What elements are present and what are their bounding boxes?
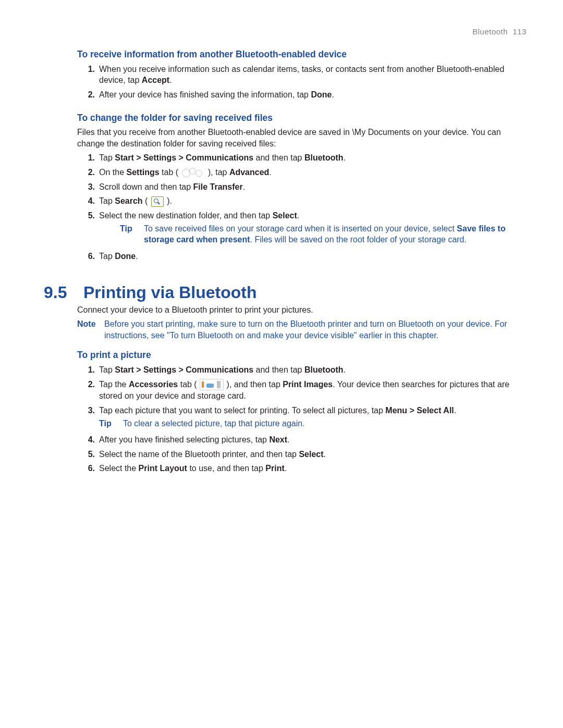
list-item: 3. Scroll down and then tap File Transfe…	[77, 181, 527, 196]
step-text: On the Settings tab ( ), tap Advanced.	[99, 168, 272, 177]
step-text: Tap the Accessories tab ( ), and then ta…	[99, 380, 509, 401]
tip-label: Tip	[120, 223, 144, 245]
settings-tab-icon	[182, 168, 205, 178]
list-item: 1. Tap Start > Settings > Communications…	[77, 364, 527, 379]
tip-row: Tip To clear a selected picture, tap tha…	[99, 418, 527, 429]
step-number: 6.	[77, 463, 95, 474]
section-heading-printing: 9.5 Printing via Bluetooth	[44, 283, 527, 302]
search-icon	[151, 196, 164, 207]
list-item: 2. After your device has finished saving…	[77, 89, 527, 104]
steps-print-picture: 1. Tap Start > Settings > Communications…	[77, 364, 527, 477]
step-number: 1.	[77, 152, 95, 164]
step-number: 6.	[77, 251, 95, 262]
list-item: 5. Select the name of the Bluetooth prin…	[77, 449, 527, 463]
step-text: After you have finished selecting pictur…	[99, 435, 290, 444]
step-number: 1.	[77, 64, 95, 75]
subheading-print-picture: To print a picture	[77, 349, 527, 361]
step-number: 2.	[77, 89, 95, 101]
list-item: 6. Tap Done.	[77, 251, 527, 265]
list-item: 3. Tap each picture that you want to sel…	[77, 405, 527, 434]
step-text: When you receive information such as cal…	[99, 65, 504, 85]
subheading-receive-info: To receive information from another Blue…	[77, 48, 527, 60]
step-number: 2.	[77, 379, 95, 390]
step-text: Scroll down and then tap File Transfer.	[99, 182, 245, 191]
step-number: 5.	[77, 449, 95, 460]
step-number: 2.	[77, 167, 95, 178]
step-text: Tap Search ( ).	[99, 196, 172, 205]
subheading-change-folder: To change the folder for saving received…	[77, 112, 527, 124]
step-text: Select the Print Layout to use, and then…	[99, 464, 287, 473]
list-item: 1. When you receive information such as …	[77, 64, 527, 89]
list-item: 5. Select the new destination folder, an…	[77, 210, 527, 251]
list-item: 2. On the Settings tab ( ), tap Advanced…	[77, 167, 527, 181]
step-text: Tap Start > Settings > Communications an…	[99, 365, 346, 374]
document-page: Bluetooth 113 To receive information fro…	[0, 0, 563, 728]
tip-body: To save received files on your storage c…	[144, 223, 527, 245]
step-text: Select the name of the Bluetooth printer…	[99, 450, 326, 459]
steps-receive-info: 1. When you receive information such as …	[77, 64, 527, 104]
tip-row: Tip To save received files on your stora…	[99, 223, 527, 245]
list-item: 6. Select the Print Layout to use, and t…	[77, 463, 527, 477]
step-number: 4.	[77, 434, 95, 446]
step-text: Select the new destination folder, and t…	[99, 211, 299, 220]
note-label: Note	[77, 318, 104, 341]
page-header: Bluetooth 113	[44, 27, 527, 36]
page-number: 113	[512, 27, 527, 36]
steps-change-folder: 1. Tap Start > Settings > Communications…	[77, 152, 527, 265]
tip-body: To clear a selected picture, tap that pi…	[123, 418, 527, 429]
step-number: 1.	[77, 364, 95, 376]
step-text: Tap each picture that you want to select…	[99, 406, 456, 415]
step-number: 3.	[77, 181, 95, 193]
note-row: Note Before you start printing, make sur…	[77, 318, 527, 341]
step-number: 3.	[77, 405, 95, 416]
step-text: Tap Done.	[99, 252, 138, 261]
list-item: 1. Tap Start > Settings > Communications…	[77, 152, 527, 167]
chapter-name: Bluetooth	[472, 27, 508, 36]
step-text: Tap Start > Settings > Communications an…	[99, 153, 346, 162]
step-text: After your device has finished saving th…	[99, 90, 334, 99]
section-number: 9.5	[44, 283, 75, 302]
intro-text: Files that you receive from another Blue…	[77, 127, 527, 149]
intro-text: Connect your device to a Bluetooth print…	[77, 304, 527, 316]
step-number: 4.	[77, 195, 95, 207]
accessories-tab-icon	[200, 379, 224, 390]
note-body: Before you start printing, make sure to …	[104, 318, 527, 341]
list-item: 2. Tap the Accessories tab ( ), and then…	[77, 379, 527, 405]
tip-label: Tip	[99, 418, 123, 429]
step-number: 5.	[77, 210, 95, 221]
list-item: 4. Tap Search ( ).	[77, 195, 527, 210]
list-item: 4. After you have finished selecting pic…	[77, 434, 527, 449]
section-title-text: Printing via Bluetooth	[83, 283, 256, 302]
